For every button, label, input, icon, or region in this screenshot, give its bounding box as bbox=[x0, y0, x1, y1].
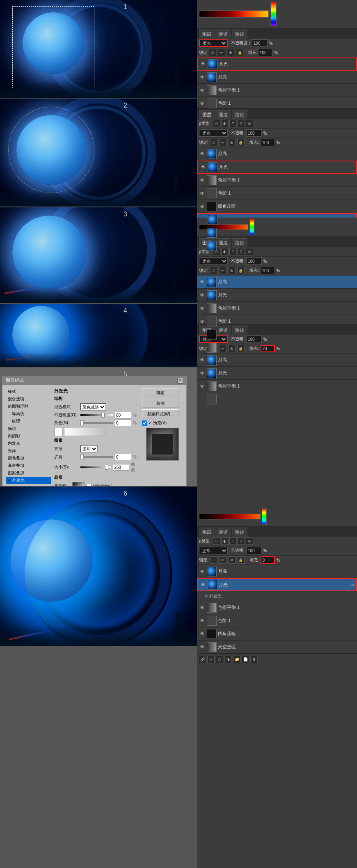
glow-gradient-swatch[interactable] bbox=[64, 428, 105, 436]
tab-layers-1[interactable]: 图层 bbox=[199, 30, 215, 39]
fp6-5[interactable]: ⊙ bbox=[246, 537, 253, 545]
blend-mode-select-2[interactable]: 柔光 bbox=[199, 129, 228, 137]
lp6-1[interactable]: □ bbox=[210, 556, 217, 564]
layer-yueguang-1[interactable]: 👁 月光 bbox=[197, 57, 357, 71]
eye-yuegao-1[interactable]: 👁 bbox=[199, 74, 206, 80]
fp6-2[interactable]: ◐ bbox=[221, 537, 229, 545]
layer-6-yuegao[interactable]: 👁 月高 bbox=[197, 565, 357, 578]
opacity-input[interactable]: 80 bbox=[115, 412, 131, 418]
filter-smart-btn[interactable]: ⊙ bbox=[246, 120, 253, 127]
eye-colorbal-1[interactable]: 👁 bbox=[199, 87, 206, 94]
noise-input[interactable]: 0 bbox=[115, 420, 131, 426]
lock-t2-btn[interactable]: □ bbox=[210, 139, 217, 146]
style-item-内阴影[interactable]: 内阴影 bbox=[6, 432, 51, 440]
delete-layer-btn[interactable]: 🗑 bbox=[250, 656, 258, 663]
layer-6-sky[interactable]: 👁 天空选区 bbox=[197, 641, 357, 654]
opacity-input-2[interactable] bbox=[246, 129, 262, 137]
spectrum-3[interactable] bbox=[249, 219, 254, 235]
fp3-4[interactable]: ▽ bbox=[238, 248, 245, 255]
eye-3-colorbal[interactable]: 👁 bbox=[199, 305, 206, 312]
blend-mode-select-1[interactable]: 柔光 bbox=[199, 39, 228, 47]
layer-levels-1[interactable]: 👁 色阶 1 bbox=[197, 97, 357, 110]
anti-alias-check[interactable] bbox=[86, 484, 92, 487]
layer-3-yuegao[interactable]: 👁 月高 bbox=[197, 276, 357, 289]
tab-channels-3[interactable]: 通道 bbox=[215, 238, 231, 247]
tab-paths-3[interactable]: 路径 bbox=[232, 238, 247, 247]
new-style-btn[interactable]: 新建样式(W)... bbox=[142, 409, 179, 418]
lp3-1[interactable]: □ bbox=[210, 267, 217, 274]
style-item-颜色叠加[interactable]: 颜色叠加 bbox=[6, 455, 51, 462]
add-adj-btn[interactable]: ◑ bbox=[224, 656, 232, 663]
lp3-3[interactable]: ⊕ bbox=[228, 267, 236, 274]
layer-6-yueguang[interactable]: 👁 月光 fx bbox=[197, 578, 357, 591]
ok-btn[interactable]: 确定 bbox=[142, 388, 179, 397]
tab-channels-2[interactable]: 通道 bbox=[215, 110, 231, 119]
lock-p2-btn[interactable]: ✏ bbox=[219, 139, 227, 146]
lp4-2[interactable]: ✏ bbox=[219, 345, 227, 352]
size-input[interactable]: 250 bbox=[113, 464, 129, 471]
layer-yueguang-2[interactable]: 👁 月光 bbox=[197, 161, 357, 174]
blend-mode-select[interactable]: 颜色减淡 bbox=[80, 403, 106, 411]
dialog-close-button[interactable]: × bbox=[177, 378, 183, 383]
lp4-3[interactable]: ⊕ bbox=[228, 345, 236, 352]
eye-6-sky[interactable]: 👁 bbox=[199, 644, 206, 650]
add-mask-btn[interactable]: □ bbox=[216, 656, 223, 663]
lock-transparent-btn[interactable]: □ bbox=[209, 49, 216, 56]
opacity-input-6[interactable] bbox=[246, 547, 262, 554]
eye-2-levels[interactable]: 👁 bbox=[199, 190, 206, 197]
glow-color-swatch[interactable] bbox=[54, 428, 62, 436]
blend-mode-select-3[interactable]: 柔光 bbox=[199, 257, 228, 265]
style-item-等高线[interactable]: 等高线 bbox=[6, 410, 51, 418]
fp3-2[interactable]: ◐ bbox=[221, 248, 229, 255]
filter-shape-btn[interactable]: ▽ bbox=[238, 120, 245, 127]
layer-6-levels[interactable]: 👁 色阶 1 bbox=[197, 614, 357, 627]
fill-input-3[interactable] bbox=[261, 267, 275, 274]
eye-6-yuegao[interactable]: 👁 bbox=[199, 568, 206, 575]
lp4-4[interactable]: 🔒 bbox=[237, 345, 245, 352]
eye-3-levels[interactable]: 👁 bbox=[199, 318, 206, 325]
blend-mode-select-6[interactable]: 正常 bbox=[199, 547, 228, 554]
layer-2-colorbal[interactable]: 👁 色彩平衡 1 bbox=[197, 174, 357, 187]
cancel-btn[interactable]: 取消 bbox=[142, 399, 179, 408]
fp3-5[interactable]: ⊙ bbox=[246, 248, 253, 255]
fill-input-1[interactable]: 100 bbox=[258, 49, 272, 56]
layer-3-yueguang[interactable]: 👁 月光 bbox=[197, 289, 357, 302]
layer-3-colorbal[interactable]: 👁 色彩平衡 1 bbox=[197, 302, 357, 315]
style-item-图案叠加[interactable]: 图案叠加 bbox=[6, 469, 51, 477]
new-group-btn[interactable]: 📁 bbox=[233, 656, 240, 663]
style-item-光泽[interactable]: 光泽 bbox=[6, 447, 51, 455]
fp6-1[interactable]: □ bbox=[213, 537, 220, 545]
tab-paths-6[interactable]: 路径 bbox=[232, 528, 247, 537]
lp3-2[interactable]: ✏ bbox=[219, 267, 227, 274]
eye-3-yueguang[interactable]: 👁 bbox=[199, 292, 206, 299]
layer-yuegao-2[interactable]: 👁 月高 bbox=[197, 147, 357, 161]
lock-paint-btn[interactable]: ✏ bbox=[218, 49, 225, 56]
fill-input-6[interactable]: 0 bbox=[261, 556, 275, 564]
eye-yueguang-1[interactable]: 👁 bbox=[200, 61, 206, 67]
color-spectrum-bar[interactable] bbox=[270, 2, 277, 26]
eye-6-colorbal[interactable]: 👁 bbox=[199, 604, 206, 611]
eye-2-colorbal[interactable]: 👁 bbox=[199, 177, 206, 184]
style-item-混合选项[interactable]: 混合选项 bbox=[6, 395, 51, 403]
fill-input-2[interactable] bbox=[261, 139, 275, 146]
eye-4-yuegao[interactable]: 👁 bbox=[199, 357, 206, 363]
layer-4-yueguang[interactable]: 👁 月光 bbox=[197, 367, 357, 380]
opacity-input-4[interactable] bbox=[246, 335, 262, 343]
color-bar-3[interactable] bbox=[199, 224, 248, 230]
layer-colorbal-1[interactable]: 👁 色彩平衡 1 bbox=[197, 84, 357, 97]
add-style-btn-6[interactable]: fx bbox=[207, 656, 215, 663]
lp6-2[interactable]: ✏ bbox=[219, 556, 227, 564]
eye-6-yueguang[interactable]: 👁 bbox=[200, 581, 206, 588]
eye-2-yueguang[interactable]: 👁 bbox=[200, 164, 206, 170]
style-item-外发光[interactable]: 外发光 bbox=[6, 477, 51, 484]
layer-2-vignette[interactable]: 👁 四角压暗 bbox=[197, 200, 357, 213]
contour-preview[interactable] bbox=[72, 482, 85, 487]
lock-pos2-btn[interactable]: ⊕ bbox=[228, 139, 236, 146]
fp3-3[interactable]: T bbox=[229, 248, 237, 255]
spectrum-6[interactable] bbox=[262, 508, 267, 525]
eye-6-vignette[interactable]: 👁 bbox=[199, 631, 206, 637]
style-item-样式[interactable]: 样式 bbox=[6, 388, 51, 395]
filter-adjust-btn[interactable]: ◐ bbox=[221, 120, 229, 127]
tab-channels-6[interactable]: 通道 bbox=[215, 528, 231, 537]
style-item-斜面浮雕[interactable]: 斜面和浮雕 bbox=[6, 403, 51, 410]
